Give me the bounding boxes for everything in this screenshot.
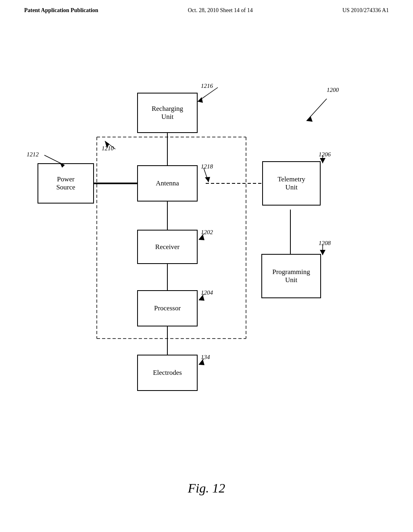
ref-1202: 1202 xyxy=(201,229,213,236)
telemetry-unit-box: Telemetry Unit xyxy=(262,161,321,206)
ref-1206: 1206 xyxy=(319,151,331,158)
ref-1216: 1216 xyxy=(201,83,213,89)
svg-marker-18 xyxy=(320,158,325,163)
ref-1212: 1212 xyxy=(27,151,39,158)
svg-marker-30 xyxy=(205,177,210,182)
ref-134: 134 xyxy=(201,354,210,361)
telemetry-unit-label: Telemetry Unit xyxy=(277,175,305,191)
antenna-label: Antenna xyxy=(156,179,179,187)
ref-1218: 1218 xyxy=(201,163,213,170)
recharging-unit-box: Recharging Unit xyxy=(137,93,198,133)
svg-line-29 xyxy=(204,168,209,182)
receiver-label: Receiver xyxy=(155,243,179,251)
ref-1204: 1204 xyxy=(201,289,213,296)
figure-caption: Fig. 12 xyxy=(0,481,413,496)
receiver-box: Receiver xyxy=(137,230,198,264)
recharging-unit-label: Recharging Unit xyxy=(152,105,183,121)
header-right: US 2010/274336 A1 xyxy=(342,7,389,14)
electrodes-box: Electrodes xyxy=(137,355,198,391)
header-left: Patent Application Publication xyxy=(24,7,98,14)
ref-1208: 1208 xyxy=(319,240,331,247)
power-source-label: Power Source xyxy=(56,175,75,191)
antenna-box: Antenna xyxy=(137,165,198,202)
programming-unit-box: Programming Unit xyxy=(261,254,321,298)
processor-box: Processor xyxy=(137,290,198,326)
svg-marker-12 xyxy=(307,116,313,122)
svg-line-11 xyxy=(307,99,327,121)
programming-unit-label: Programming Unit xyxy=(272,268,310,284)
svg-line-15 xyxy=(198,87,218,102)
electrodes-label: Electrodes xyxy=(153,369,182,377)
power-source-box: Power Source xyxy=(38,163,94,204)
header-center: Oct. 28, 2010 Sheet 14 of 14 xyxy=(188,7,253,14)
ref-1200: 1200 xyxy=(327,87,339,94)
ref-1210: 1210 xyxy=(102,145,114,152)
diagram-area: Recharging Unit Power Source Antenna Tel… xyxy=(0,40,413,403)
processor-label: Processor xyxy=(154,304,181,312)
svg-marker-16 xyxy=(198,97,203,103)
